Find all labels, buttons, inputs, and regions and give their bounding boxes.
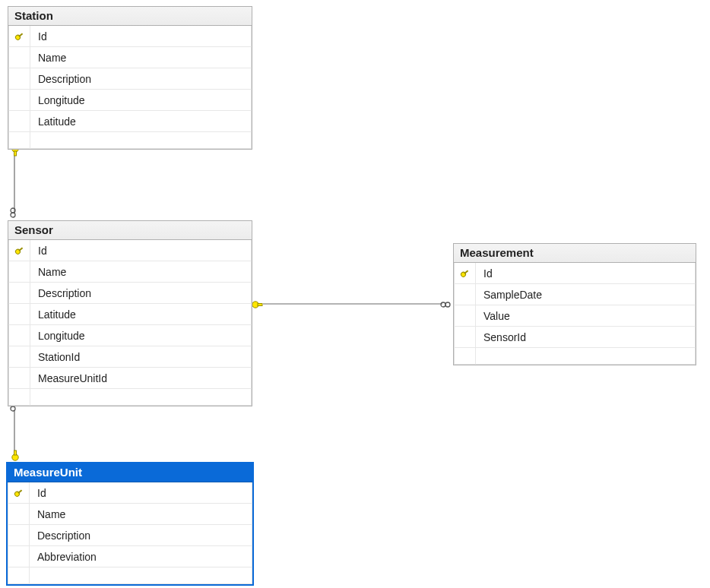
primary-key-icon <box>13 488 24 498</box>
column-row[interactable]: Description <box>8 68 252 90</box>
column-row[interactable]: Description <box>8 525 252 546</box>
column-name: SensorId <box>476 331 696 343</box>
entity-title[interactable]: Measurement <box>454 244 696 263</box>
column-name: Value <box>476 310 696 322</box>
column-name: StationId <box>30 351 252 363</box>
column-name: Latitude <box>30 308 252 321</box>
column-name: Description <box>30 530 252 542</box>
svg-rect-16 <box>18 33 23 36</box>
column-name: Description <box>30 73 252 85</box>
column-name: Longitude <box>30 330 252 342</box>
column-row[interactable]: Description <box>8 283 252 304</box>
column-name: Id <box>30 487 252 499</box>
column-row[interactable]: Abbreviation <box>8 546 252 567</box>
column-row[interactable]: StationId <box>8 346 252 368</box>
column-name: SampleDate <box>476 289 696 301</box>
svg-rect-18 <box>18 247 23 251</box>
column-row[interactable]: Longitude <box>8 90 252 111</box>
entity-title[interactable]: Station <box>8 7 252 26</box>
column-row[interactable]: SensorId <box>454 327 696 348</box>
column-name: Name <box>30 508 252 520</box>
column-name: Description <box>30 287 252 299</box>
column-row[interactable]: Latitude <box>8 111 252 132</box>
relationship-infinity-icon <box>439 299 452 311</box>
column-row[interactable]: Longitude <box>8 325 252 346</box>
entity-measureunit[interactable]: MeasureUnit Id Name Description Abbrevia… <box>6 462 254 586</box>
svg-point-12 <box>11 406 15 411</box>
column-name: Id <box>30 30 252 43</box>
svg-rect-22 <box>17 489 22 493</box>
svg-rect-14 <box>14 450 17 455</box>
er-diagram: Station Id Name Description Longitude La… <box>0 0 710 588</box>
column-row[interactable]: Id <box>8 240 252 261</box>
svg-point-5 <box>11 208 15 213</box>
column-row[interactable]: Name <box>8 504 252 525</box>
column-name: Name <box>30 52 252 64</box>
svg-rect-8 <box>258 304 262 306</box>
column-row[interactable]: MeasureUnitId <box>8 368 252 389</box>
svg-rect-4 <box>14 151 17 156</box>
column-name: Longitude <box>30 94 252 106</box>
entity-station[interactable]: Station Id Name Description Longitude La… <box>8 6 252 150</box>
relationship-key-icon <box>251 299 263 311</box>
svg-point-10 <box>445 302 450 307</box>
primary-key-icon <box>14 31 24 42</box>
column-row[interactable]: SampleDate <box>454 284 696 305</box>
entity-title[interactable]: MeasureUnit <box>8 463 252 482</box>
primary-key-icon <box>14 245 24 256</box>
entity-sensor[interactable]: Sensor Id Name Description Latitude Long… <box>8 220 252 406</box>
column-name: Abbreviation <box>30 551 252 563</box>
column-name: Name <box>30 266 252 278</box>
column-row[interactable]: Latitude <box>8 304 252 325</box>
column-name: MeasureUnitId <box>30 372 252 384</box>
column-name: Id <box>30 245 252 257</box>
svg-rect-20 <box>464 270 468 273</box>
entity-title[interactable]: Sensor <box>8 221 252 240</box>
column-row[interactable]: Name <box>8 261 252 283</box>
column-name: Id <box>476 267 696 280</box>
svg-point-9 <box>441 302 445 307</box>
primary-key-icon <box>459 268 470 279</box>
column-row[interactable]: Id <box>8 26 252 47</box>
entity-measurement[interactable]: Measurement Id SampleDate Value SensorId <box>453 243 696 365</box>
column-name: Latitude <box>30 115 252 128</box>
svg-point-6 <box>11 213 15 217</box>
relationship-infinity-icon <box>9 207 21 219</box>
column-row[interactable]: Value <box>454 305 696 327</box>
column-row[interactable]: Id <box>8 482 252 504</box>
column-row[interactable]: Name <box>8 47 252 68</box>
column-row[interactable]: Id <box>454 263 696 284</box>
relationship-key-icon <box>9 450 21 462</box>
